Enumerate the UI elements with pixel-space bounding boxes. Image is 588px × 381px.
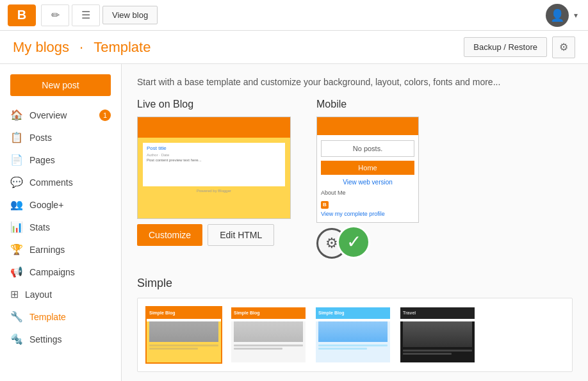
layout-icon: ⊞ xyxy=(10,288,19,300)
sidebar-item-template[interactable]: 🔧 Template xyxy=(0,305,121,328)
preview-row: Live on Blog Post title Author · Date Po… xyxy=(137,99,573,259)
sidebar-item-posts[interactable]: 📋 Posts xyxy=(0,126,121,149)
settings-icon: 🔩 xyxy=(10,333,23,345)
pages-icon: 📄 xyxy=(10,154,23,166)
page-header: My blogs · Template Backup / Restore ⚙ xyxy=(0,31,588,64)
gear-icon: ⚙ xyxy=(559,41,568,53)
sidebar-item-pages[interactable]: 📄 Pages xyxy=(0,149,121,171)
new-badge: 1 xyxy=(99,109,111,121)
overview-icon: 🏠 xyxy=(10,109,23,121)
sidebar-item-label: Overview xyxy=(29,110,67,120)
mobile-preview-header xyxy=(317,117,418,135)
sidebar-item-label: Campaigns xyxy=(29,267,75,277)
sidebar-item-settings[interactable]: 🔩 Settings xyxy=(0,328,121,350)
posts-icon: 📋 xyxy=(10,131,23,143)
sidebar-item-label: Pages xyxy=(29,155,55,165)
pages-icon: ☰ xyxy=(81,9,90,21)
sidebar-item-label: Posts xyxy=(29,133,52,143)
mobile-no-posts: No posts. xyxy=(321,140,414,157)
settings-gear-button[interactable]: ⚙ xyxy=(552,36,575,58)
pencil-icon: ✏ xyxy=(51,9,60,21)
backup-restore-button[interactable]: Backup / Restore xyxy=(464,37,547,57)
simple-section: Simple Simple Blog xyxy=(137,277,573,372)
sidebar-item-label: Layout xyxy=(25,289,52,300)
blog-preview-footer: Powered by Blogger xyxy=(143,189,285,193)
blog-preview-post-title: Post title xyxy=(147,145,281,151)
avatar[interactable]: 👤 xyxy=(546,4,569,27)
blog-preview-post: Post title Author · Date Post content pr… xyxy=(143,143,285,186)
mobile-section: Mobile No posts. Home View web version A… xyxy=(316,99,419,259)
content-area: Start with a base template and customize… xyxy=(122,64,588,381)
sidebar: New post 🏠 Overview 1 📋 Posts 📄 Pages 💬 … xyxy=(0,64,122,381)
sidebar-item-label: Earnings xyxy=(29,245,65,255)
sidebar-item-overview[interactable]: 🏠 Overview 1 xyxy=(0,104,121,126)
blogger-logo[interactable]: B xyxy=(8,4,36,26)
my-blogs-title: My blogs xyxy=(13,39,69,56)
mobile-preview-body: No posts. Home View web version About Me… xyxy=(317,135,418,222)
sidebar-item-google-plus[interactable]: 👥 Google+ xyxy=(0,193,121,216)
blog-preview-body: Post title Author · Date Post content pr… xyxy=(138,138,290,219)
mobile-check-icon[interactable]: ✓ xyxy=(337,225,370,259)
blog-preview-header xyxy=(138,117,290,138)
mobile-label: Mobile xyxy=(316,99,419,110)
sidebar-item-label: Stats xyxy=(29,222,50,232)
edit-html-button[interactable]: Edit HTML xyxy=(208,224,274,246)
simple-label: Simple xyxy=(137,277,573,290)
edit-post-button[interactable]: ✏ xyxy=(41,4,69,26)
blog-preview: Post title Author · Date Post content pr… xyxy=(137,117,291,219)
mobile-blogger-icon: B xyxy=(321,201,329,209)
campaigns-icon: 📢 xyxy=(10,266,23,278)
live-on-blog-label: Live on Blog xyxy=(137,99,291,110)
sidebar-item-comments[interactable]: 💬 Comments xyxy=(0,171,121,193)
sidebar-item-campaigns[interactable]: 📢 Campaigns xyxy=(0,261,121,283)
header-actions: Backup / Restore ⚙ xyxy=(464,36,575,58)
templates-grid-wrapper: Simple Blog xyxy=(137,298,573,372)
template-icon: 🔧 xyxy=(10,311,23,323)
navbar: B ✏ ☰ View blog 👤 ▾ xyxy=(0,0,588,31)
blogger-logo-letter: B xyxy=(17,8,26,22)
live-on-blog-section: Live on Blog Post title Author · Date Po… xyxy=(137,99,291,259)
content-description: Start with a base template and customize… xyxy=(137,77,573,87)
sidebar-item-label: Template xyxy=(29,312,66,322)
mobile-home-button[interactable]: Home xyxy=(321,161,414,175)
new-post-button[interactable]: New post xyxy=(10,74,111,96)
avatar-icon: 👤 xyxy=(550,8,564,22)
manage-posts-button[interactable]: ☰ xyxy=(72,4,100,26)
customize-button[interactable]: Customize xyxy=(137,224,202,246)
earnings-icon: 🏆 xyxy=(10,243,23,255)
sidebar-item-label: Google+ xyxy=(29,200,63,210)
template-thumb-1[interactable]: Simple Blog xyxy=(145,306,222,364)
stats-icon: 📊 xyxy=(10,221,23,233)
header-separator: · xyxy=(79,39,83,56)
template-thumb-3[interactable]: Simple Blog xyxy=(314,306,391,364)
sidebar-item-label: Comments xyxy=(29,177,73,188)
mobile-view-web-link[interactable]: View web version xyxy=(321,179,414,186)
account-dropdown[interactable]: ▾ xyxy=(571,8,580,22)
preview-buttons: Customize Edit HTML xyxy=(137,224,291,246)
mobile-icons-overlay: ⚙ ✓ xyxy=(316,228,347,259)
sidebar-item-earnings[interactable]: 🏆 Earnings xyxy=(0,238,121,261)
blog-preview-post-meta: Author · Date xyxy=(147,153,281,157)
view-blog-button[interactable]: View blog xyxy=(102,6,158,24)
mobile-about-label: About Me xyxy=(321,190,414,196)
google-plus-icon: 👥 xyxy=(10,199,23,211)
sidebar-item-stats[interactable]: 📊 Stats xyxy=(0,216,121,238)
template-thumb-2[interactable]: Simple Blog xyxy=(230,306,307,364)
template-thumb-4[interactable]: Travel xyxy=(399,306,476,364)
sidebar-item-label: Settings xyxy=(29,334,62,345)
templates-grid: Simple Blog xyxy=(145,306,564,364)
blog-preview-post-body: Post content preview text here... xyxy=(147,158,281,163)
template-title: Template xyxy=(94,39,151,56)
sidebar-item-layout[interactable]: ⊞ Layout xyxy=(0,283,121,305)
mobile-view-profile-link[interactable]: View my complete profile xyxy=(321,211,414,217)
main-layout: New post 🏠 Overview 1 📋 Posts 📄 Pages 💬 … xyxy=(0,64,588,381)
mobile-preview: No posts. Home View web version About Me… xyxy=(316,117,419,223)
comments-icon: 💬 xyxy=(10,176,23,188)
